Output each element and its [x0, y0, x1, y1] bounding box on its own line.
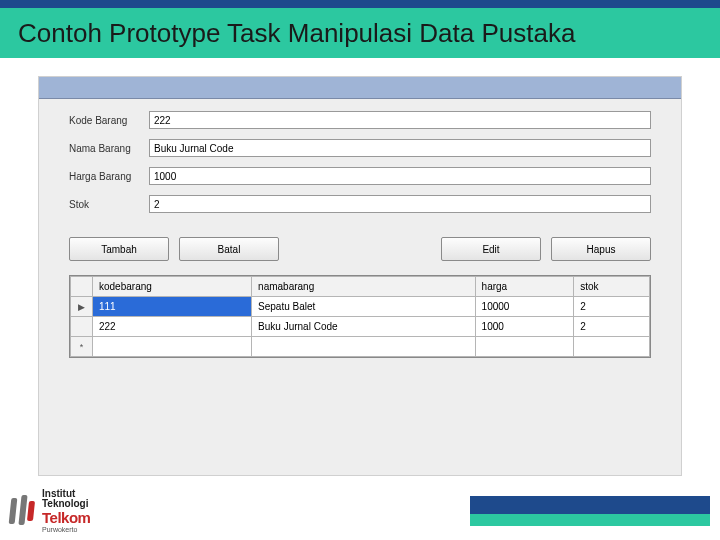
label-nama-barang: Nama Barang — [69, 143, 149, 154]
edit-button[interactable]: Edit — [441, 237, 541, 261]
input-nama-barang[interactable] — [149, 139, 651, 157]
col-namabarang[interactable]: namabarang — [252, 277, 476, 297]
logo-icon — [8, 495, 36, 527]
col-stok[interactable]: stok — [574, 277, 650, 297]
button-spacer — [289, 237, 431, 261]
grid-header-row: kodebarang namabarang harga stok — [71, 277, 650, 297]
cell[interactable] — [574, 337, 650, 357]
cell[interactable]: Sepatu Balet — [252, 297, 476, 317]
table-row[interactable]: ▶111Sepatu Balet100002 — [71, 297, 650, 317]
row-marker: ▶ — [71, 297, 93, 317]
batal-button[interactable]: Batal — [179, 237, 279, 261]
label-kode-barang: Kode Barang — [69, 115, 149, 126]
field-harga-barang-row: Harga Barang — [69, 167, 651, 185]
footer-accent — [470, 496, 710, 526]
cell[interactable]: 2 — [574, 317, 650, 337]
col-harga[interactable]: harga — [475, 277, 574, 297]
input-stok[interactable] — [149, 195, 651, 213]
cell[interactable]: Buku Jurnal Code — [252, 317, 476, 337]
field-stok-row: Stok — [69, 195, 651, 213]
logo: Institut Teknologi Telkom Purwokerto — [8, 489, 90, 533]
input-kode-barang[interactable] — [149, 111, 651, 129]
logo-line3: Telkom — [42, 510, 90, 526]
table-row[interactable]: * — [71, 337, 650, 357]
label-stok: Stok — [69, 199, 149, 210]
row-marker: * — [71, 337, 93, 357]
slide-top-accent — [0, 0, 720, 8]
table-row[interactable]: 222Buku Jurnal Code10002 — [71, 317, 650, 337]
data-grid[interactable]: kodebarang namabarang harga stok ▶111Sep… — [69, 275, 651, 358]
label-harga-barang: Harga Barang — [69, 171, 149, 182]
field-kode-barang-row: Kode Barang — [69, 111, 651, 129]
col-kodebarang[interactable]: kodebarang — [93, 277, 252, 297]
button-row: Tambah Batal Edit Hapus — [39, 229, 681, 269]
slide-title: Contoh Prototype Task Manipulasi Data Pu… — [18, 18, 575, 49]
cell[interactable] — [93, 337, 252, 357]
slide-footer: Institut Teknologi Telkom Purwokerto — [0, 482, 720, 540]
field-nama-barang-row: Nama Barang — [69, 139, 651, 157]
cell[interactable]: 10000 — [475, 297, 574, 317]
row-marker — [71, 317, 93, 337]
input-harga-barang[interactable] — [149, 167, 651, 185]
grid-corner — [71, 277, 93, 297]
app-window: Kode Barang Nama Barang Harga Barang Sto… — [38, 76, 682, 476]
cell[interactable]: 1000 — [475, 317, 574, 337]
cell[interactable]: 2 — [574, 297, 650, 317]
form-panel: Kode Barang Nama Barang Harga Barang Sto… — [39, 99, 681, 229]
slide-title-bar: Contoh Prototype Task Manipulasi Data Pu… — [0, 8, 720, 58]
logo-text: Institut Teknologi Telkom Purwokerto — [42, 489, 90, 533]
app-window-titlebar[interactable] — [39, 77, 681, 99]
cell[interactable]: 111 — [93, 297, 252, 317]
logo-line4: Purwokerto — [42, 526, 90, 533]
cell[interactable] — [252, 337, 476, 357]
hapus-button[interactable]: Hapus — [551, 237, 651, 261]
cell[interactable] — [475, 337, 574, 357]
cell[interactable]: 222 — [93, 317, 252, 337]
tambah-button[interactable]: Tambah — [69, 237, 169, 261]
